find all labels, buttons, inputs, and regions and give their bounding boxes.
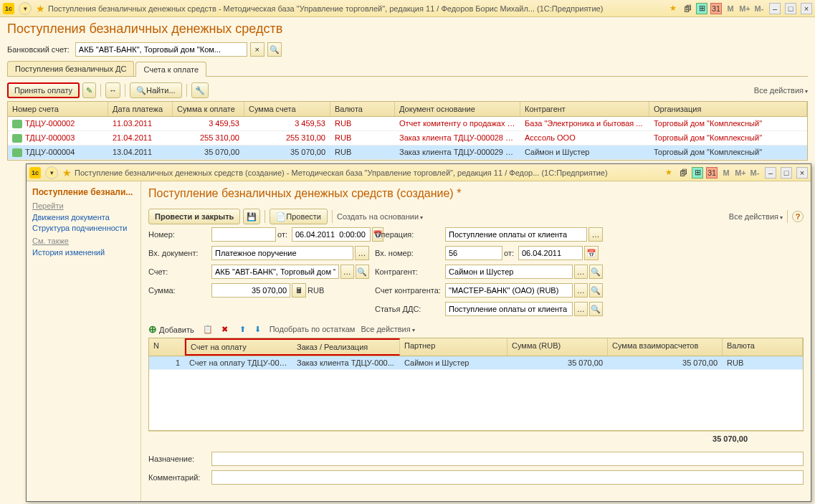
minimize-button[interactable]: –	[769, 3, 781, 14]
comment-input[interactable]	[211, 470, 804, 485]
lookup-button[interactable]: 🔍	[267, 42, 282, 57]
pick-remains-button[interactable]: Подобрать по остаткам	[270, 325, 356, 333]
m-minus-button[interactable]: M-	[753, 3, 765, 14]
all-actions-menu[interactable]: Все действия▾	[754, 86, 808, 95]
table-row[interactable]: ТДЦУ-00000321.04.2011255 310,00255 310,0…	[8, 131, 807, 146]
date-input[interactable]	[292, 227, 371, 242]
tool-icon[interactable]: 🗐	[677, 167, 689, 179]
post-close-button[interactable]: Провести и закрыть	[148, 209, 240, 224]
close-button[interactable]: ×	[801, 3, 812, 14]
in-num-label: Вх. номер:	[375, 249, 437, 257]
nav-history[interactable]: История изменений	[32, 248, 135, 257]
fav-star-icon[interactable]: ★	[663, 167, 675, 179]
lookup-button[interactable]: 🔍	[356, 265, 369, 279]
col-cur[interactable]: Валюта	[723, 338, 803, 356]
nav-back-button[interactable]: ▾	[45, 166, 58, 179]
accept-payment-button[interactable]: Принять оплату	[7, 82, 80, 98]
clear-button[interactable]: ×	[250, 42, 264, 57]
refresh-icon[interactable]: ↔	[105, 82, 120, 98]
operation-input[interactable]	[445, 227, 587, 242]
col-sum[interactable]: Сумма (RUB)	[507, 338, 608, 356]
m-plus-button[interactable]: M+	[735, 167, 746, 179]
col-partner[interactable]: Партнер	[400, 338, 507, 356]
doc-titlebar: 1c ▾ ★ Поступление безналичных денежных …	[27, 164, 811, 181]
col-amount-inv[interactable]: Сумма счета	[244, 102, 330, 116]
all-actions-menu[interactable]: Все действия▾	[729, 212, 783, 221]
calc-icon[interactable]: 🖩	[292, 283, 306, 298]
col-org[interactable]: Организация	[649, 102, 807, 116]
favorite-icon[interactable]: ★	[36, 3, 45, 14]
save-icon[interactable]: 💾	[243, 209, 260, 224]
calc-icon[interactable]: ⊞	[692, 167, 703, 179]
tool-icon[interactable]: 🗐	[682, 3, 693, 14]
nav-movements[interactable]: Движения документа	[32, 213, 135, 222]
maximize-button[interactable]: □	[781, 167, 792, 179]
in-doc-input[interactable]	[211, 246, 353, 260]
m-button[interactable]: M	[725, 3, 736, 14]
fav-star-icon[interactable]: ★	[667, 3, 679, 14]
delete-icon[interactable]: ✖	[219, 325, 231, 334]
lookup-button[interactable]: 🔍	[589, 302, 603, 316]
col-invoice[interactable]: Счет на оплату	[185, 338, 292, 356]
m-minus-button[interactable]: M-	[749, 167, 761, 179]
dds-input[interactable]	[445, 302, 573, 316]
help-icon[interactable]: ?	[792, 211, 804, 222]
tab-receipts[interactable]: Поступления безналичных ДС	[7, 61, 134, 76]
col-number[interactable]: Номер счета	[8, 102, 108, 116]
col-currency[interactable]: Валюта	[330, 102, 395, 116]
table-row[interactable]: 1 Счет на оплату ТДЦУ-000... Заказ клиен…	[149, 356, 803, 370]
in-date-input[interactable]	[518, 246, 583, 260]
col-basis[interactable]: Документ основание	[395, 102, 520, 116]
m-button[interactable]: M	[720, 167, 732, 179]
select-button[interactable]: …	[340, 265, 354, 279]
table-row[interactable]: ТДЦУ-00000211.03.20113 459,533 459,53RUB…	[8, 117, 807, 131]
col-sum2[interactable]: Сумма взаиморасчетов	[608, 338, 723, 356]
find-button[interactable]: 🔍 Найти...	[130, 82, 182, 98]
post-button[interactable]: 📄 Провести	[270, 209, 328, 224]
calendar-icon[interactable]: 31	[706, 167, 718, 179]
tab-invoices[interactable]: Счета к оплате	[135, 62, 206, 77]
copy-icon[interactable]: 📋	[200, 325, 216, 334]
settings-icon[interactable]: 🔧	[191, 82, 209, 98]
select-button[interactable]: …	[574, 283, 588, 298]
lookup-button[interactable]: 🔍	[589, 283, 603, 298]
select-button[interactable]: …	[355, 246, 369, 260]
amount-input[interactable]	[211, 283, 290, 298]
ctr-account-input[interactable]	[445, 283, 573, 298]
select-button[interactable]: …	[574, 265, 588, 279]
col-n[interactable]: N	[149, 338, 185, 356]
app-icon: 1c	[3, 3, 14, 14]
col-date[interactable]: Дата платежа	[108, 102, 173, 116]
create-based-menu[interactable]: Создать на основании▾	[337, 212, 423, 221]
favorite-icon[interactable]: ★	[62, 167, 72, 179]
all-actions-menu[interactable]: Все действия▾	[361, 325, 414, 333]
table-row[interactable]: ТДЦУ-00000413.04.201135 070,0035 070,00R…	[8, 146, 807, 160]
move-up-icon[interactable]: ⬆	[237, 325, 249, 334]
col-order[interactable]: Заказ / Реализация	[292, 338, 400, 356]
calendar-icon[interactable]: 📅	[584, 246, 599, 260]
select-button[interactable]: …	[588, 227, 603, 242]
calendar-icon[interactable]: 31	[710, 3, 722, 14]
counterparty-input[interactable]	[445, 265, 573, 279]
nav-back-button[interactable]: ▾	[19, 2, 32, 15]
m-plus-button[interactable]: M+	[739, 3, 750, 14]
lookup-button[interactable]: 🔍	[589, 265, 603, 279]
account-input[interactable]	[211, 265, 339, 279]
counterparty-label: Контрагент:	[375, 267, 437, 276]
select-button[interactable]: …	[574, 302, 588, 316]
minimize-button[interactable]: –	[765, 167, 776, 179]
purpose-input[interactable]	[211, 452, 804, 466]
close-button[interactable]: ×	[796, 167, 808, 179]
edit-icon[interactable]: ✎	[82, 82, 96, 98]
maximize-button[interactable]: □	[785, 3, 796, 14]
doc-status-icon	[12, 134, 22, 143]
move-down-icon[interactable]: ⬇	[252, 325, 264, 334]
col-amount-pay[interactable]: Сумма к оплате	[173, 102, 244, 116]
nav-structure[interactable]: Структура подчиненности	[32, 224, 135, 232]
in-num-input[interactable]	[445, 246, 502, 260]
bank-account-input[interactable]	[75, 42, 247, 57]
col-counterparty[interactable]: Контрагент	[520, 102, 649, 116]
number-input[interactable]	[211, 227, 276, 242]
add-row-button[interactable]: ⊕ Добавить	[148, 323, 194, 335]
calc-icon[interactable]: ⊞	[696, 3, 707, 14]
